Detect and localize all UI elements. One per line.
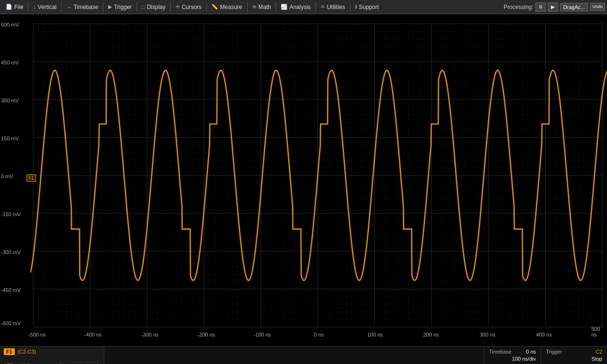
menu-analysis[interactable]: 📈 Analysis [277, 3, 314, 11]
menu-utilities[interactable]: ✕ Utilities [317, 3, 349, 11]
menu-trigger[interactable]: ▶ Trigger [104, 3, 136, 11]
menu-cursors[interactable]: ✛ Cursors [172, 3, 205, 11]
channel-badge: F1 [4, 348, 15, 355]
x-label-300ns: 300 ns [479, 332, 495, 337]
x-label-200ns: 200 ns [423, 332, 439, 337]
trigger-status: Stop [591, 356, 602, 362]
menu-bar: 📄 File ↕ Vertical ↔ Timebase ▶ Trigger □… [0, 0, 607, 14]
trigger-header: Trigger [546, 349, 562, 355]
trigger-status-row: Stop [546, 356, 602, 362]
trigger-ch: C2 [596, 349, 602, 355]
menu-support[interactable]: ℹ Support [351, 3, 383, 11]
cursors-icon: ✛ [175, 4, 180, 10]
menu-vertical[interactable]: ↕ Vertical [29, 3, 60, 11]
timebase-row2: 100 ns/div [489, 356, 536, 362]
separator [170, 2, 171, 12]
measure-icon: 📏 [212, 4, 218, 10]
vertical-icon: ↕ [33, 4, 36, 10]
display-icon: □ [142, 4, 145, 10]
waveform-svg [0, 14, 607, 346]
utilities-icon: ✕ [321, 4, 325, 10]
timebase-val1: 0 ns [526, 349, 536, 355]
separator [206, 2, 207, 12]
y-label-neg150mv: -150 mV [1, 211, 21, 217]
menu-display[interactable]: □ Display [138, 3, 169, 11]
x-label-400ns: 400 ns [536, 332, 552, 337]
x-label-100ns: 100 ns [367, 332, 383, 337]
channel-settings: 150 mV/div 100 ns/div + [4, 362, 100, 364]
processing-area: Processing: ⏸ ▶ DragAc... Undo [504, 2, 605, 12]
timebase-icon: ↔ [66, 4, 72, 10]
trigger-block: Trigger C2 Stop 0 mV Edge Positive [541, 346, 607, 364]
separator [247, 2, 248, 12]
support-icon: ℹ [355, 4, 357, 10]
math-icon: ≋ [252, 4, 257, 10]
timebase-header: Timebase [489, 349, 512, 355]
right-info: Timebase 0 ns 100 ns/div 40 kS 40 GS/s T… [484, 346, 607, 364]
menu-timebase[interactable]: ↔ Timebase [63, 3, 102, 11]
channel-info-top: F1 (C2-C3) [4, 348, 100, 355]
x-label-neg200ns: -200 ns [198, 332, 215, 337]
separator [28, 2, 28, 12]
y-label-600mv: 600 mV [1, 22, 19, 27]
y-label-450mv: 450 mV [1, 60, 19, 65]
separator [61, 2, 62, 12]
y-label-neg600mv: -600 mV [1, 320, 21, 326]
x-label-neg300ns: -300 ns [141, 332, 159, 337]
y-label-150mv: 150 mV [1, 136, 19, 141]
x-label-500ns: 500 ns [591, 326, 602, 337]
y-label-0mv: 0 mV [1, 173, 13, 179]
x-label-0ns: 0 ns [314, 332, 324, 337]
processing-label: Processing: [504, 4, 533, 10]
menu-file[interactable]: 📄 File [2, 3, 27, 11]
trigger-label-row: Trigger C2 [546, 349, 602, 355]
separator [137, 2, 137, 12]
timebase-val2: 100 ns/div [512, 356, 536, 362]
y-label-neg300mv: -300 mV [1, 249, 21, 255]
channel-dashed-box [60, 362, 98, 364]
undo-button[interactable]: Undo [590, 3, 605, 11]
separator [350, 2, 350, 12]
dragac-button[interactable]: DragAc... [560, 3, 589, 11]
channel-info: F1 (C2-C3) 150 mV/div 100 ns/div + [0, 346, 104, 364]
status-bar: F1 (C2-C3) 150 mV/div 100 ns/div + Timeb… [0, 346, 607, 364]
y-label-neg450mv: -450 mV [1, 287, 21, 293]
play-button[interactable]: ▶ [548, 2, 558, 12]
scope-screen: 600 mV 450 mV 300 mV 150 mV 0 mV -150 mV… [0, 14, 607, 346]
separator [103, 2, 103, 12]
menu-measure[interactable]: 📏 Measure [208, 3, 246, 11]
pause-button[interactable]: ⏸ [535, 2, 546, 12]
channel-sub: (C2-C3) [18, 349, 36, 355]
x-label-neg500ns: -500 ns [28, 332, 46, 337]
trigger-icon: ▶ [108, 4, 112, 10]
separator [315, 2, 316, 12]
f1-label: F1 [27, 174, 36, 182]
menu-math[interactable]: ≋ Math [248, 3, 275, 11]
separator [276, 2, 276, 12]
timebase-label-row: Timebase 0 ns [489, 349, 536, 355]
y-label-300mv: 300 mV [1, 98, 19, 103]
analysis-icon: 📈 [281, 4, 287, 10]
x-label-neg100ns: -100 ns [254, 332, 271, 337]
x-label-neg400ns: -400 ns [84, 332, 102, 337]
timebase-block: Timebase 0 ns 100 ns/div 40 kS 40 GS/s [484, 346, 541, 364]
file-icon: 📄 [6, 4, 12, 10]
